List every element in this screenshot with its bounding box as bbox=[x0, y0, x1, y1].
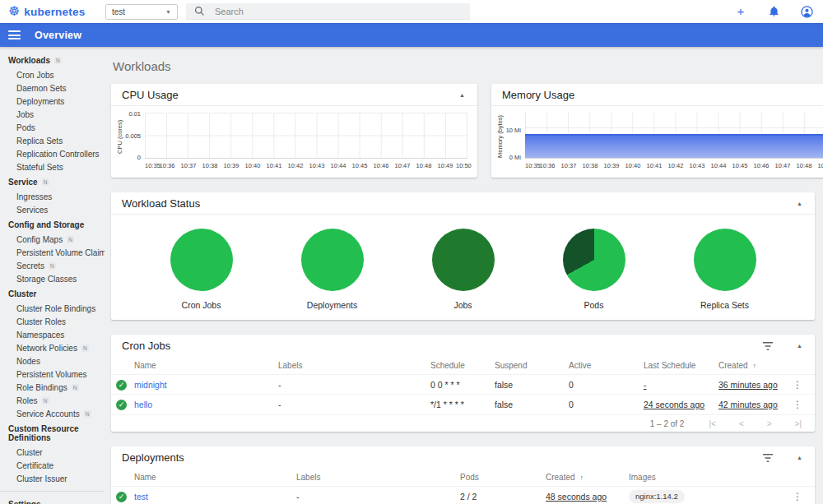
user-profile-icon[interactable] bbox=[800, 5, 813, 18]
pie-label: Cron Jobs bbox=[182, 300, 221, 310]
prev-page-icon[interactable]: < bbox=[739, 419, 744, 428]
sidebar-item-nodes[interactable]: Nodes bbox=[0, 354, 105, 368]
next-page-icon[interactable]: > bbox=[767, 419, 772, 428]
sidebar-item-pods[interactable]: Pods bbox=[0, 121, 105, 134]
col-header[interactable]: Name bbox=[134, 361, 278, 370]
sidebar-section-workloads[interactable]: WorkloadsN bbox=[0, 52, 105, 68]
sidebar-section-label: Service bbox=[8, 178, 38, 187]
sidebar-item-replica-sets[interactable]: Replica Sets bbox=[0, 134, 105, 147]
col-header[interactable]: Name bbox=[134, 473, 296, 482]
collapse-caret-icon[interactable]: ▲ bbox=[458, 90, 467, 99]
sidebar-item-replication-controllers[interactable]: Replication Controllers bbox=[0, 147, 105, 160]
cronjob-name-link[interactable]: midnight bbox=[134, 380, 278, 390]
sort-asc-icon: ↑ bbox=[580, 474, 584, 482]
last-schedule-value[interactable]: - bbox=[644, 380, 647, 390]
cpu-card-title: CPU Usage bbox=[122, 89, 458, 101]
pie-chart-deployments[interactable] bbox=[301, 229, 364, 291]
row-menu-kebab-icon[interactable]: ⋮ bbox=[787, 399, 808, 410]
x-tick-label: 10:50 bbox=[456, 162, 467, 169]
search-bar[interactable] bbox=[186, 3, 470, 20]
sidebar-item-service-accounts[interactable]: Service AccountsN bbox=[0, 407, 105, 420]
sidebar-item-storage-classes[interactable]: Storage Classes bbox=[0, 272, 105, 285]
sidebar-section-cluster[interactable]: Cluster bbox=[0, 285, 105, 302]
cpu-x-ticks: 10:3510:3610:3710:3810:3910:4010:4110:42… bbox=[145, 159, 467, 169]
sidebar-item-persistent-volumes[interactable]: Persistent Volumes bbox=[0, 368, 105, 381]
pie-chart-pods[interactable] bbox=[563, 229, 625, 291]
x-tick-label: 10:35 bbox=[525, 162, 537, 169]
sidebar-item-certificate[interactable]: Certificate bbox=[0, 459, 105, 472]
last-schedule-cell: - bbox=[644, 380, 718, 390]
row-menu-kebab-icon[interactable]: ⋮ bbox=[787, 491, 808, 502]
col-header-sorted[interactable]: Created↑ bbox=[546, 473, 629, 482]
col-header[interactable]: Pods bbox=[460, 473, 546, 482]
col-header[interactable]: Schedule bbox=[430, 361, 495, 370]
sidebar-item-cluster-role-bindings[interactable]: Cluster Role Bindings bbox=[0, 302, 105, 315]
pie-chart-cron-jobs[interactable] bbox=[170, 229, 233, 291]
first-page-icon[interactable]: |< bbox=[709, 419, 715, 428]
sidebar-item-services[interactable]: Services bbox=[0, 203, 105, 216]
sidebar-item-deployments[interactable]: Deployments bbox=[0, 95, 105, 108]
collapse-caret-icon[interactable]: ▲ bbox=[795, 199, 804, 208]
sidebar-section-service[interactable]: ServiceN bbox=[0, 173, 105, 190]
menu-hamburger-icon[interactable] bbox=[8, 29, 21, 42]
created-value[interactable]: 36 minutes ago bbox=[718, 380, 778, 390]
x-tick-label: 10:49 bbox=[435, 162, 456, 169]
sidebar-item-config-maps[interactable]: Config MapsN bbox=[0, 233, 105, 246]
status-cell: ✓ bbox=[116, 491, 134, 502]
namespaced-badge: N bbox=[42, 178, 49, 186]
search-input[interactable] bbox=[215, 7, 462, 16]
namespace-select[interactable]: test ▼ bbox=[105, 4, 178, 20]
create-plus-icon[interactable]: + bbox=[734, 5, 747, 18]
sort-asc-icon: ↑ bbox=[753, 362, 757, 370]
col-header[interactable]: Images bbox=[629, 473, 787, 482]
sidebar-item-ingresses[interactable]: Ingresses bbox=[0, 190, 105, 203]
col-header[interactable]: Labels bbox=[278, 361, 430, 370]
col-header[interactable]: Labels bbox=[296, 473, 460, 482]
last-page-icon[interactable]: >| bbox=[795, 419, 802, 428]
x-tick-label: 10:44 bbox=[328, 162, 349, 169]
cronjob-name-link[interactable]: hello bbox=[134, 400, 278, 409]
col-header[interactable]: Suspend bbox=[495, 361, 569, 370]
created-value[interactable]: 42 minutes ago bbox=[718, 400, 778, 409]
sidebar-item-namespaces[interactable]: Namespaces bbox=[0, 328, 105, 341]
sidebar-item-roles[interactable]: RolesN bbox=[0, 394, 105, 407]
workload-pie-cron-jobs: Cron Jobs bbox=[152, 229, 251, 310]
created-value[interactable]: 48 seconds ago bbox=[546, 492, 607, 502]
pie-label: Jobs bbox=[453, 300, 472, 310]
pie-chart-jobs[interactable] bbox=[432, 229, 495, 291]
x-tick-label: 10:36 bbox=[537, 162, 558, 169]
col-header[interactable]: Active bbox=[569, 361, 644, 370]
sidebar-divider bbox=[0, 491, 105, 492]
sidebar-item-cluster-roles[interactable]: Cluster Roles bbox=[0, 315, 105, 328]
pie-chart-replica-sets[interactable] bbox=[694, 229, 756, 291]
labels-cell: - bbox=[278, 380, 430, 390]
sidebar-item-cluster[interactable]: Cluster bbox=[0, 446, 105, 459]
deployment-name-link[interactable]: test bbox=[134, 492, 296, 502]
sidebar-item-daemon-sets[interactable]: Daemon Sets bbox=[0, 81, 105, 95]
last-schedule-value[interactable]: 24 seconds ago bbox=[644, 400, 704, 409]
sidebar-section-custom-resource-definitions[interactable]: Custom Resource Definitions bbox=[0, 420, 105, 446]
sidebar-item-stateful-sets[interactable]: Stateful Sets bbox=[0, 160, 105, 173]
col-header[interactable]: Last Schedule bbox=[644, 361, 718, 370]
collapse-caret-icon[interactable]: ▲ bbox=[795, 453, 804, 462]
filter-funnel-icon[interactable] bbox=[762, 341, 774, 351]
sidebar-item-cluster-issuer[interactable]: Cluster Issuer bbox=[0, 472, 105, 485]
filter-funnel-icon[interactable] bbox=[762, 453, 774, 463]
row-menu-kebab-icon[interactable]: ⋮ bbox=[787, 379, 808, 391]
sidebar-item-role-bindings[interactable]: Role BindingsN bbox=[0, 381, 105, 394]
col-header-sorted[interactable]: Created↑ bbox=[718, 361, 787, 370]
sidebar-item-cron-jobs[interactable]: Cron Jobs bbox=[0, 68, 105, 81]
kubernetes-logo[interactable]: ☸ kubernetes bbox=[8, 5, 94, 18]
sidebar-item-persistent-volume-claims[interactable]: Persistent Volume ClaimsN bbox=[0, 246, 105, 259]
sidebar-item-settings[interactable]: Settings bbox=[0, 495, 105, 504]
sidebar-section-config-and-storage[interactable]: Config and Storage bbox=[0, 216, 105, 233]
workload-pie-replica-sets: Replica Sets bbox=[676, 229, 774, 310]
toolbar: Overview bbox=[0, 23, 823, 47]
sidebar-item-network-policies[interactable]: Network PoliciesN bbox=[0, 341, 105, 354]
notifications-bell-icon[interactable] bbox=[767, 5, 780, 18]
sidebar-item-jobs[interactable]: Jobs bbox=[0, 108, 105, 121]
pagination-range: 1 – 2 of 2 bbox=[650, 419, 685, 428]
sidebar-item-secrets[interactable]: SecretsN bbox=[0, 259, 105, 272]
x-tick-label: 10:48 bbox=[413, 162, 435, 169]
collapse-caret-icon[interactable]: ▲ bbox=[795, 341, 804, 350]
